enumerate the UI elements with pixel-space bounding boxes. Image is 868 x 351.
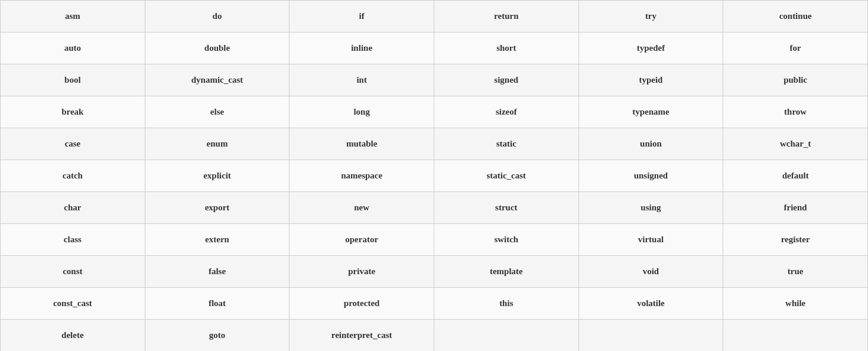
table-row: autodoubleinlineshorttypedeffor — [1, 32, 868, 64]
table-row: booldynamic_castintsignedtypeidpublic — [1, 64, 868, 96]
table-cell: extern — [145, 224, 290, 256]
table-cell: namespace — [290, 160, 434, 192]
table-cell: signed — [434, 64, 578, 96]
table-cell: const_cast — [1, 288, 145, 320]
table-row: classexternoperatorswitchvirtualregister — [1, 224, 868, 256]
table-cell: typeid — [578, 64, 723, 96]
table-cell: typename — [578, 96, 723, 128]
table-cell: public — [723, 64, 868, 96]
table-cell: false — [145, 256, 290, 288]
table-cell: private — [290, 256, 434, 288]
table-cell: throw — [723, 96, 868, 128]
table-cell: wchar_t — [723, 128, 868, 160]
table-cell: union — [578, 128, 723, 160]
table-cell: static — [434, 128, 578, 160]
table-cell: mutable — [290, 128, 434, 160]
keywords-table-container: asmdoifreturntrycontinueautodoubleinline… — [0, 0, 868, 351]
table-row: const_castfloatprotectedthisvolatilewhil… — [1, 288, 868, 320]
table-cell: try — [578, 1, 723, 32]
table-cell: if — [290, 1, 434, 32]
table-cell: class — [1, 224, 145, 256]
table-cell: for — [723, 32, 868, 64]
table-cell: auto — [1, 32, 145, 64]
table-cell: asm — [1, 1, 145, 32]
table-cell: typedef — [578, 32, 723, 64]
table-cell: true — [723, 256, 868, 288]
table-cell: short — [434, 32, 578, 64]
table-cell: float — [145, 288, 290, 320]
table-cell: export — [145, 192, 290, 224]
table-cell: return — [434, 1, 578, 32]
table-cell: template — [434, 256, 578, 288]
table-cell: default — [723, 160, 868, 192]
table-cell: dynamic_cast — [145, 64, 290, 96]
table-cell: inline — [290, 32, 434, 64]
table-row: catchexplicitnamespacestatic_castunsigne… — [1, 160, 868, 192]
table-cell: using — [578, 192, 723, 224]
table-row: constfalseprivatetemplatevoidtrue — [1, 256, 868, 288]
table-cell: switch — [434, 224, 578, 256]
table-cell — [434, 320, 578, 352]
table-cell: this — [434, 288, 578, 320]
table-cell: friend — [723, 192, 868, 224]
table-cell: operator — [290, 224, 434, 256]
table-cell: delete — [1, 320, 145, 352]
table-cell: register — [723, 224, 868, 256]
table-cell: explicit — [145, 160, 290, 192]
table-cell: bool — [1, 64, 145, 96]
table-row: charexportnewstructusingfriend — [1, 192, 868, 224]
table-cell: const — [1, 256, 145, 288]
table-cell: int — [290, 64, 434, 96]
table-cell: while — [723, 288, 868, 320]
table-cell: reinterpret_cast — [290, 320, 434, 352]
table-cell: long — [290, 96, 434, 128]
table-cell: do — [145, 1, 290, 32]
table-cell: enum — [145, 128, 290, 160]
table-cell: volatile — [578, 288, 723, 320]
table-cell: static_cast — [434, 160, 578, 192]
table-row: asmdoifreturntrycontinue — [1, 1, 868, 32]
table-row: breakelselongsizeoftypenamethrow — [1, 96, 868, 128]
table-row: caseenummutablestaticunionwchar_t — [1, 128, 868, 160]
table-cell — [723, 320, 868, 352]
table-row: deletegotoreinterpret_cast — [1, 320, 868, 352]
table-cell: goto — [145, 320, 290, 352]
table-cell: new — [290, 192, 434, 224]
table-cell: void — [578, 256, 723, 288]
table-cell: catch — [1, 160, 145, 192]
table-cell: sizeof — [434, 96, 578, 128]
table-cell: char — [1, 192, 145, 224]
table-cell: double — [145, 32, 290, 64]
table-cell: struct — [434, 192, 578, 224]
table-cell: else — [145, 96, 290, 128]
table-cell: case — [1, 128, 145, 160]
table-cell: virtual — [578, 224, 723, 256]
table-cell: break — [1, 96, 145, 128]
table-cell — [578, 320, 723, 352]
table-cell: unsigned — [578, 160, 723, 192]
table-cell: protected — [290, 288, 434, 320]
cpp-keywords-table: asmdoifreturntrycontinueautodoubleinline… — [0, 0, 868, 351]
table-cell: continue — [723, 1, 868, 32]
